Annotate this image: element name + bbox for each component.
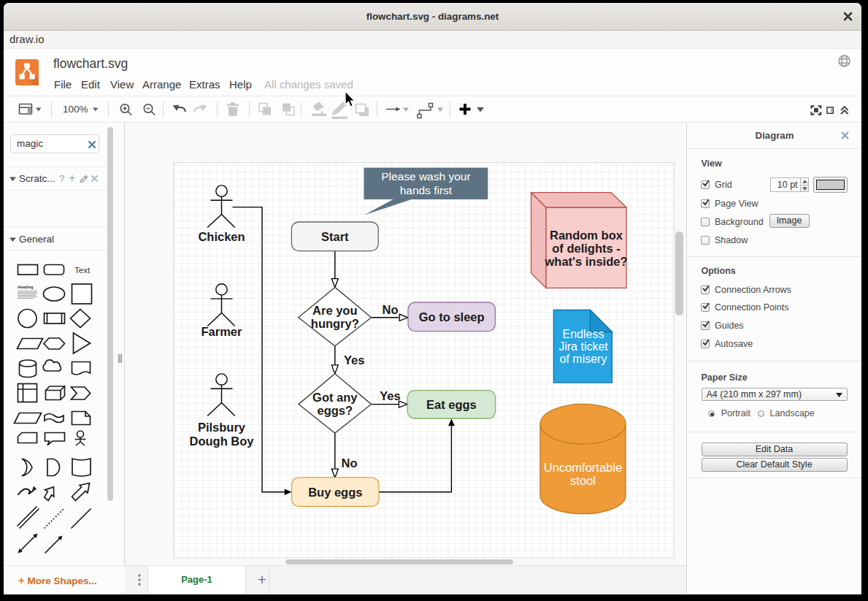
svg-text:Got any: Got any — [312, 391, 358, 404]
svg-text:Go to sleep: Go to sleep — [419, 310, 485, 324]
svg-text:Endless: Endless — [563, 328, 604, 340]
svg-text:Buy eggs: Buy eggs — [308, 486, 362, 499]
svg-text:Uncomfortable: Uncomfortable — [544, 461, 622, 474]
svg-text:Please wash your: Please wash your — [381, 170, 470, 183]
svg-text:stool: stool — [570, 474, 596, 487]
svg-text:eggs?: eggs? — [318, 404, 353, 417]
svg-text:Dough Boy: Dough Boy — [190, 435, 255, 448]
svg-text:Farmer: Farmer — [201, 325, 243, 338]
svg-text:Yes: Yes — [380, 389, 400, 402]
svg-text:Heading: Heading — [18, 285, 34, 289]
svg-text:Yes: Yes — [344, 353, 364, 367]
svg-text:Eat eggs: Eat eggs — [426, 398, 477, 411]
svg-text:No: No — [342, 456, 358, 470]
svg-text:Text: Text — [74, 266, 91, 275]
svg-text:Random box: Random box — [550, 229, 623, 242]
svg-text:Pilsbury: Pilsbury — [198, 421, 246, 434]
svg-text:Chicken: Chicken — [198, 230, 245, 243]
svg-text:Jira ticket: Jira ticket — [558, 340, 608, 353]
svg-text:Are you: Are you — [312, 304, 357, 317]
svg-text:No: No — [383, 303, 399, 316]
svg-text:Start: Start — [321, 230, 349, 243]
svg-text:100%: 100% — [63, 104, 88, 115]
svg-text:hungry?: hungry? — [311, 317, 359, 330]
svg-text:hands first: hands first — [400, 184, 453, 196]
svg-text:of delights -: of delights - — [552, 242, 621, 255]
svg-text:of misery: of misery — [560, 353, 607, 365]
svg-text:what's inside?: what's inside? — [544, 255, 627, 268]
